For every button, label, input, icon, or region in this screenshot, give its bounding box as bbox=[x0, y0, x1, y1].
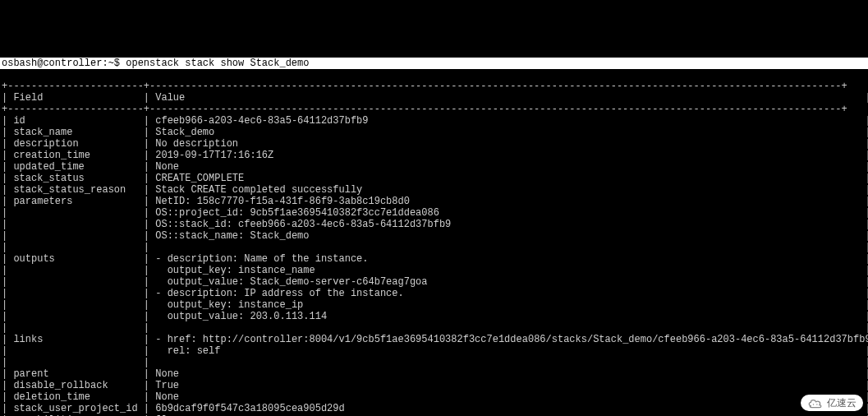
row-parameters-4: | | OS::stack_name: Stack_demo | bbox=[0, 230, 868, 242]
row-outputs-3: | | output_value: Stack_demo-server-c64b… bbox=[0, 276, 868, 288]
row-blank-1: | | | bbox=[0, 242, 868, 253]
row-parameters-3: | | OS::stack_id: cfeeb966-a203-4ec6-83a… bbox=[0, 219, 868, 230]
row-outputs: | outputs | - description: Name of the i… bbox=[0, 253, 868, 265]
row-id: | id | cfeeb966-a203-4ec6-83a5-64112d37b… bbox=[0, 115, 868, 127]
command-text: openstack stack show Stack_demo bbox=[126, 58, 309, 69]
row-blank-2: | | | bbox=[0, 322, 868, 334]
terminal-window[interactable]: osbash@controller:~$ openstack stack sho… bbox=[0, 46, 868, 416]
cloud-icon bbox=[807, 397, 824, 409]
row-outputs-5: | | output_key: instance_ip | bbox=[0, 299, 868, 311]
header-value: Value bbox=[155, 92, 865, 104]
row-deletion-time: | deletion_time | None | bbox=[0, 391, 868, 403]
row-parameters-2: | | OS::project_id: 9cb5f1ae3695410382f3… bbox=[0, 207, 868, 219]
prompt-symbol: $ bbox=[114, 58, 120, 69]
table-border-top: +-----------------------+---------------… bbox=[0, 81, 849, 92]
row-outputs-6: | | output_value: 203.0.113.114 | bbox=[0, 311, 868, 322]
watermark-text: 亿速云 bbox=[827, 397, 857, 409]
row-stack-status-reason: | stack_status_reason | Stack CREATE com… bbox=[0, 184, 868, 196]
row-outputs-4: | | - description: IP address of the ins… bbox=[0, 288, 868, 299]
table-border-mid: +-----------------------+---------------… bbox=[0, 104, 849, 115]
row-parameters: | parameters | NetID: 158c7770-f15a-431f… bbox=[0, 196, 868, 207]
row-stack-user-project-id: | stack_user_project_id | 6b9dcaf9f0f547… bbox=[0, 403, 868, 414]
row-updated-time: | updated_time | None | bbox=[0, 161, 868, 173]
row-stack-status: | stack_status | CREATE_COMPLETE | bbox=[0, 173, 868, 184]
prompt-line: osbash@controller:~$ openstack stack sho… bbox=[0, 58, 868, 69]
row-disable-rollback: | disable_rollback | True | bbox=[0, 380, 868, 391]
svg-point-0 bbox=[813, 404, 815, 405]
row-links: | links | - href: http://controller:8004… bbox=[0, 334, 868, 345]
prompt-user-host: osbash@controller bbox=[2, 58, 102, 69]
row-blank-3: | | | bbox=[0, 357, 868, 368]
row-description: | description | No description | bbox=[0, 138, 868, 150]
row-links-2: | | rel: self | bbox=[0, 345, 868, 357]
svg-point-1 bbox=[816, 404, 818, 405]
watermark-badge: 亿速云 bbox=[801, 395, 863, 411]
row-parent: | parent | None | bbox=[0, 368, 868, 380]
row-outputs-2: | | output_key: instance_name | bbox=[0, 265, 868, 276]
table-header-row: | Field | Value | bbox=[0, 92, 868, 104]
header-field: Field bbox=[13, 92, 143, 104]
row-stack-name: | stack_name | Stack_demo | bbox=[0, 127, 868, 138]
row-creation-time: | creation_time | 2019-09-17T17:16:16Z | bbox=[0, 150, 868, 161]
prompt-cwd: ~ bbox=[108, 58, 114, 69]
